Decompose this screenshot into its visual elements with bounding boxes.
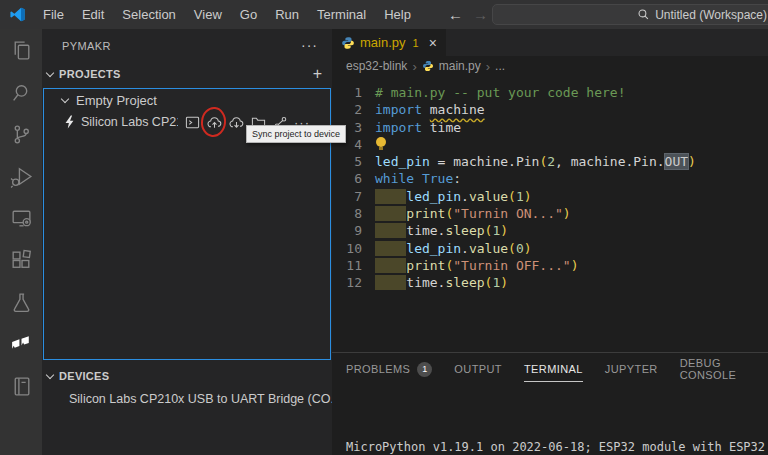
devices-section: DEVICES Silicon Labs CP210x USB to UART …: [42, 364, 332, 410]
code-line[interactable]: 4: [332, 136, 768, 153]
code-text: print("Turnin ON..."): [375, 205, 571, 222]
tooltip-sync-project: Sync project to device: [246, 125, 346, 143]
activity-remote-explorer-button[interactable]: [0, 197, 42, 239]
workspace-title: Untitled (Workspace): [655, 8, 767, 22]
sidebar-more-actions-button[interactable]: ···: [301, 37, 318, 53]
breadcrumb[interactable]: esp32-blink › main.py › ...: [332, 56, 768, 76]
activity-bar: [0, 29, 42, 455]
code-lines: 1# main.py -- put your code here!2import…: [332, 84, 768, 292]
book-icon: [9, 374, 34, 399]
menu-file[interactable]: File: [34, 7, 73, 22]
devices-list-item[interactable]: Silicon Labs CP210x USB to UART Bridge (…: [42, 388, 332, 410]
activity-source-control-button[interactable]: [0, 113, 42, 155]
panel-tab-output[interactable]: OUTPUT: [454, 353, 502, 385]
menu-selection[interactable]: Selection: [113, 7, 184, 22]
code-line[interactable]: 8 print("Turnin ON..."): [332, 205, 768, 222]
panel-tab-label: DEBUG CONSOLE: [680, 357, 768, 381]
title-bar: FileEditSelectionViewGoRunTerminalHelp ←…: [0, 0, 768, 29]
panel-tab-jupyter[interactable]: JUPYTER: [605, 353, 658, 385]
code-text: time.sleep(1): [375, 274, 508, 291]
terminal-icon: [185, 115, 200, 130]
line-number: 12: [332, 274, 362, 291]
menu-go[interactable]: Go: [231, 7, 266, 22]
activity-search-button[interactable]: [0, 71, 42, 113]
sidebar-title: PYMAKR: [42, 29, 332, 62]
code-editor[interactable]: 1# main.py -- put your code here!2import…: [332, 76, 768, 352]
vscode-window: FileEditSelectionViewGoRunTerminalHelp ←…: [0, 0, 768, 455]
device-label: Silicon Labs CP210x U...: [81, 115, 178, 129]
projects-section-header[interactable]: PROJECTS +: [42, 62, 332, 86]
menu-help[interactable]: Help: [375, 7, 420, 22]
tab-main-py[interactable]: main.py 1 ×: [332, 29, 446, 56]
search-icon: [9, 80, 34, 105]
forward-button[interactable]: →: [473, 6, 488, 23]
search-icon: [637, 8, 650, 21]
menu-terminal[interactable]: Terminal: [308, 7, 375, 22]
code-text: led_pin = machine.Pin(2, machine.Pin.OUT…: [375, 153, 696, 170]
breadcrumb-folder[interactable]: esp32-blink: [346, 59, 407, 73]
panel-tab-problems[interactable]: PROBLEMS1: [346, 352, 432, 387]
line-number: 2: [332, 101, 362, 118]
menu-edit[interactable]: Edit: [73, 7, 113, 22]
run-debug-icon: [9, 164, 34, 189]
activity-run-debug-button[interactable]: [0, 155, 42, 197]
projects-header-label: PROJECTS: [59, 68, 121, 80]
devices-section-header[interactable]: DEVICES: [42, 364, 332, 388]
activity-notebook-button[interactable]: [0, 365, 42, 407]
activity-pymakr-button[interactable]: [0, 323, 42, 365]
bottom-panel: PROBLEMS1OUTPUTTERMINALJUPYTERDEBUG CONS…: [332, 352, 768, 455]
code-line[interactable]: 1# main.py -- put your code here!: [332, 84, 768, 101]
code-text: time.sleep(1): [375, 222, 508, 239]
lightbulb-icon[interactable]: [375, 136, 387, 149]
code-text: import time: [375, 119, 461, 136]
git-branch-icon: [9, 122, 34, 147]
breadcrumb-file[interactable]: main.py: [439, 59, 481, 73]
activity-testing-button[interactable]: [0, 281, 42, 323]
panel-tab-label: TERMINAL: [524, 363, 583, 375]
tab-label: main.py: [360, 35, 406, 50]
code-line[interactable]: 7 led_pin.value(1): [332, 188, 768, 205]
files-icon: [9, 38, 34, 63]
python-icon: [341, 36, 355, 50]
panel-tab-label: PROBLEMS: [346, 363, 410, 375]
chevron-down-icon: [46, 370, 54, 378]
menu-run[interactable]: Run: [266, 7, 308, 22]
sync-project-to-device-button[interactable]: [206, 114, 223, 131]
beaker-icon: [9, 290, 34, 315]
code-line[interactable]: 10 led_pin.value(0): [332, 240, 768, 257]
panel-tab-debug-console[interactable]: DEBUG CONSOLE: [680, 347, 768, 391]
back-button[interactable]: ←: [448, 6, 463, 23]
chevron-down-icon: [61, 94, 69, 102]
panel-tab-terminal[interactable]: TERMINAL: [524, 353, 583, 385]
tab-close-button[interactable]: ×: [429, 35, 437, 51]
code-text: [375, 136, 387, 153]
code-line[interactable]: 5led_pin = machine.Pin(2, machine.Pin.OU…: [332, 153, 768, 170]
line-number: 9: [332, 222, 362, 239]
code-line[interactable]: 9 time.sleep(1): [332, 222, 768, 239]
code-line[interactable]: 12 time.sleep(1): [332, 274, 768, 291]
code-text: led_pin.value(0): [375, 240, 532, 257]
chevron-down-icon: [46, 68, 54, 76]
add-project-button[interactable]: +: [313, 65, 322, 83]
terminal-line: MicroPython v1.19.1 on 2022-06-18; ESP32…: [346, 439, 768, 455]
code-line[interactable]: 11 print("Turnin OFF..."): [332, 257, 768, 274]
open-terminal-button[interactable]: [184, 114, 201, 131]
terminal[interactable]: MicroPython v1.19.1 on 2022-06-18; ESP32…: [332, 385, 768, 455]
code-line[interactable]: 3import time: [332, 119, 768, 136]
code-line[interactable]: 6while True:: [332, 170, 768, 187]
menu-view[interactable]: View: [185, 7, 231, 22]
terminal-output: MicroPython v1.19.1 on 2022-06-18; ESP32…: [346, 439, 768, 455]
activity-explorer-button[interactable]: [0, 29, 42, 71]
breadcrumb-symbol[interactable]: ...: [495, 59, 505, 73]
project-item-empty-project[interactable]: Empty Project: [44, 89, 330, 111]
breadcrumb-separator: ›: [412, 59, 416, 74]
download-project-from-device-button[interactable]: [228, 114, 245, 131]
devices-header-label: DEVICES: [59, 370, 109, 382]
cloud-upload-icon: [207, 115, 222, 130]
editor-tab-bar: main.py 1 ×: [332, 29, 768, 56]
menu-bar: FileEditSelectionViewGoRunTerminalHelp: [34, 7, 420, 22]
activity-extensions-button[interactable]: [0, 239, 42, 281]
command-center-search[interactable]: Untitled (Workspace): [492, 4, 768, 25]
editor-group: main.py 1 × esp32-blink › main.py › ... …: [332, 29, 768, 455]
code-line[interactable]: 2import machine: [332, 101, 768, 118]
